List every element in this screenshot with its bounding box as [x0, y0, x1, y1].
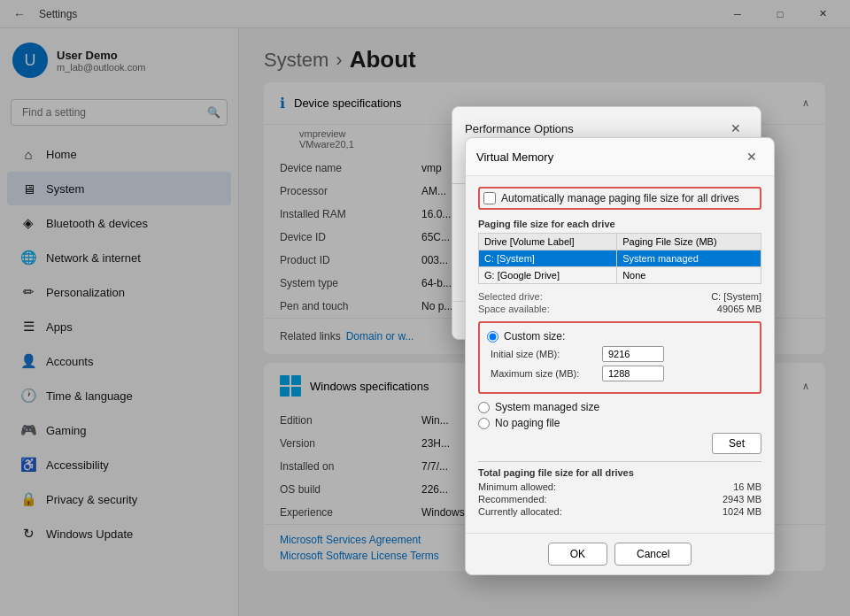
perf-dialog-title: Performance Options — [465, 122, 574, 135]
divider — [478, 461, 761, 462]
paging-section-title: Paging file size for each drive — [478, 219, 761, 229]
vm-dialog-footer: OK Cancel — [466, 533, 774, 574]
paging-col-size: Paging File Size (MB) — [617, 234, 761, 250]
vm-dialog-titlebar: Virtual Memory ✕ — [466, 138, 774, 176]
drive-g-size: None — [617, 267, 761, 284]
paging-drive-row-c[interactable]: C: [System] System managed — [479, 250, 761, 267]
vm-dialog-close-button[interactable]: ✕ — [740, 145, 763, 168]
totals-title: Total paging file size for all drives — [478, 467, 761, 478]
custom-size-label[interactable]: Custom size: — [504, 330, 565, 343]
custom-size-section: Custom size: Initial size (MB): Maximum … — [478, 321, 761, 394]
selected-drive-value: C: [System] — [711, 291, 761, 302]
selected-drive-label: Selected drive: — [478, 291, 543, 302]
set-btn-row: Set — [478, 433, 761, 454]
auto-manage-label[interactable]: Automatically manage paging file size fo… — [501, 192, 739, 204]
max-size-row: Maximum size (MB): — [487, 366, 753, 381]
perf-dialog-titlebar: Performance Options ✕ — [452, 107, 761, 141]
paging-table: Drive [Volume Label] Paging File Size (M… — [478, 233, 761, 284]
current-alloc-value: 1024 MB — [722, 506, 761, 517]
auto-manage-checkbox[interactable] — [483, 192, 496, 204]
custom-size-radio-row: Custom size: — [487, 330, 753, 343]
recommended-value: 2943 MB — [722, 494, 761, 504]
min-allowed-label: Minimum allowed: — [478, 481, 556, 492]
max-size-input[interactable] — [602, 366, 664, 381]
recommended-label: Recommended: — [478, 494, 547, 504]
space-available-value: 49065 MB — [717, 304, 761, 314]
space-available-label: Space available: — [478, 304, 550, 314]
no-paging-radio[interactable] — [478, 418, 490, 429]
no-paging-label[interactable]: No paging file — [495, 417, 560, 429]
drive-c-size: System managed — [617, 250, 761, 267]
space-available-row: Space available: 49065 MB — [478, 304, 761, 314]
current-alloc-label: Currently allocated: — [478, 506, 562, 517]
min-allowed-row: Minimum allowed: 16 MB — [478, 481, 761, 492]
vm-ok-button[interactable]: OK — [548, 543, 607, 566]
vm-dialog-title: Virtual Memory — [476, 150, 553, 164]
paging-col-drive: Drive [Volume Label] — [479, 234, 617, 250]
auto-manage-checkbox-row: Automatically manage paging file size fo… — [478, 187, 761, 210]
set-button[interactable]: Set — [712, 433, 761, 454]
custom-size-radio[interactable] — [487, 331, 498, 343]
paging-drive-row-g[interactable]: G: [Google Drive] None — [479, 267, 761, 284]
sys-managed-radio[interactable] — [478, 402, 490, 413]
sys-managed-label[interactable]: System managed size — [495, 401, 599, 413]
max-size-label: Maximum size (MB): — [491, 368, 597, 379]
virtual-memory-dialog: Virtual Memory ✕ Automatically manage pa… — [465, 137, 775, 575]
drive-g-label: G: [Google Drive] — [479, 267, 617, 284]
recommended-row: Recommended: 2943 MB — [478, 494, 761, 504]
drive-c-label: C: [System] — [479, 250, 617, 267]
totals-section: Total paging file size for all drives Mi… — [478, 467, 761, 517]
vm-cancel-button[interactable]: Cancel — [614, 543, 692, 566]
no-paging-row: No paging file — [478, 417, 761, 429]
vm-dialog-body: Automatically manage paging file size fo… — [466, 176, 774, 533]
min-allowed-value: 16 MB — [733, 481, 761, 492]
current-alloc-row: Currently allocated: 1024 MB — [478, 506, 761, 517]
initial-size-label: Initial size (MB): — [491, 349, 597, 359]
sys-managed-row: System managed size — [478, 401, 761, 413]
initial-size-input[interactable] — [602, 346, 664, 362]
selected-drive-row: Selected drive: C: [System] — [478, 291, 761, 302]
initial-size-row: Initial size (MB): — [487, 346, 753, 362]
